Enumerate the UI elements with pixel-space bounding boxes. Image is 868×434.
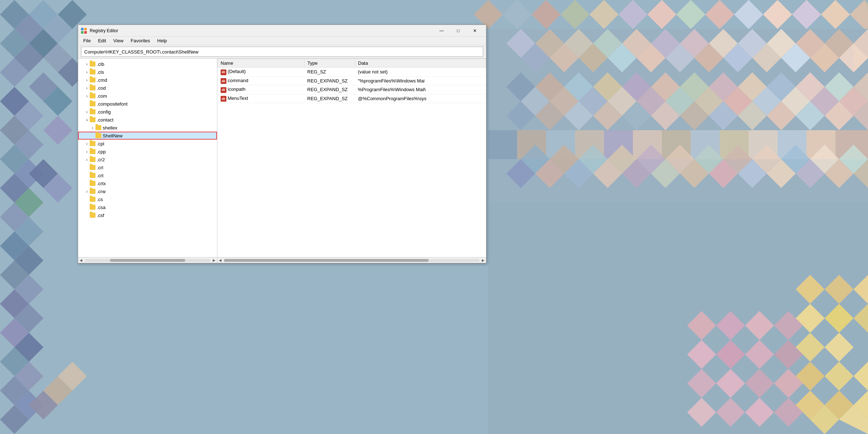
- reg-value-icon: ab: [221, 78, 226, 84]
- table-cell-data: "%programFiles%\Windows Mai: [355, 76, 486, 85]
- folder-icon: [90, 77, 95, 82]
- folder-icon: [90, 101, 95, 106]
- tree-expander[interactable]: ›: [84, 61, 90, 67]
- menu-item-edit[interactable]: Edit: [94, 37, 110, 44]
- tree-expander[interactable]: ›: [84, 85, 90, 91]
- tree-expander[interactable]: [84, 180, 90, 186]
- svg-rect-218: [81, 31, 84, 34]
- tree-item[interactable]: .crl: [78, 163, 217, 171]
- table-row[interactable]: abiconpathREG_EXPAND_SZ%ProgramFiles%\Wi…: [218, 85, 486, 94]
- tree-item[interactable]: ›.cls: [78, 68, 217, 76]
- tree-expander[interactable]: [84, 204, 90, 210]
- svg-rect-217: [84, 28, 87, 30]
- tree-item[interactable]: .crt: [78, 171, 217, 179]
- table-cell-type: REG_EXPAND_SZ: [305, 94, 355, 103]
- tree-item[interactable]: ›.cod: [78, 84, 217, 92]
- tree-item[interactable]: .crtx: [78, 179, 217, 187]
- tree-expander[interactable]: [84, 196, 90, 202]
- tree-item-label: ShellNew: [103, 133, 123, 139]
- tree-expander[interactable]: ›: [84, 157, 90, 162]
- right-scroll-track[interactable]: [224, 259, 480, 262]
- tree-expander[interactable]: ›: [84, 109, 90, 115]
- table-cell-name: ab(Default): [218, 68, 305, 77]
- left-scroll-track[interactable]: [85, 259, 210, 262]
- tree-expander[interactable]: [90, 133, 95, 139]
- tree-item-label: .clb: [97, 61, 104, 67]
- tree-expander[interactable]: ›: [84, 149, 90, 154]
- maximize-button[interactable]: □: [450, 25, 467, 37]
- folder-icon: [90, 69, 95, 75]
- tree-expander[interactable]: [84, 165, 90, 170]
- tree-expander[interactable]: ›: [84, 77, 90, 83]
- tree-item[interactable]: .csa: [78, 203, 217, 211]
- tree-expander[interactable]: ›: [84, 141, 90, 146]
- registry-table: Name Type Data ab(Default)REG_SZ(value n…: [217, 59, 486, 103]
- table-cell-data: @%CommonProgramFiles%\sys: [355, 94, 486, 103]
- tree-item[interactable]: ›.cpp: [78, 148, 217, 156]
- folder-icon: [90, 213, 95, 218]
- tree-item-label: .crt: [97, 173, 103, 178]
- table-cell-name: abiconpath: [218, 85, 305, 94]
- reg-value-icon: ab: [221, 96, 226, 102]
- reg-value-icon: ab: [221, 69, 226, 75]
- tree-item-label: .config: [97, 109, 111, 115]
- tree-expander[interactable]: [84, 212, 90, 218]
- main-content: ›.clb›.cls›.cmd›.cod›.com.compositefont›…: [78, 58, 486, 257]
- table-cell-type: REG_EXPAND_SZ: [305, 76, 355, 85]
- table-cell-type: REG_EXPAND_SZ: [305, 85, 355, 94]
- table-row[interactable]: abMenuTextREG_EXPAND_SZ@%CommonProgramFi…: [218, 94, 486, 103]
- tree-item[interactable]: ›.config: [78, 108, 217, 116]
- right-scrollbar: ◀ ▶: [217, 258, 486, 263]
- tree-item[interactable]: .cs: [78, 195, 217, 203]
- tree-item-label: .com: [97, 93, 107, 99]
- folder-icon: [90, 181, 95, 186]
- tree-item[interactable]: .compositefont: [78, 100, 217, 108]
- tree-item-label: .csa: [97, 205, 106, 210]
- menu-item-file[interactable]: File: [80, 37, 94, 44]
- tree-item[interactable]: ›.com: [78, 92, 217, 100]
- menu-item-favorites[interactable]: Favorites: [127, 37, 153, 44]
- tree-panel: ›.clb›.cls›.cmd›.cod›.com.compositefont›…: [78, 59, 217, 257]
- window-controls: — □ ✕: [433, 25, 483, 37]
- tree-item[interactable]: ›.cmd: [78, 76, 217, 84]
- scroll-left-arrow[interactable]: ◀: [78, 258, 84, 263]
- tree-item-label: .cmd: [97, 77, 107, 83]
- tree-item-label: shellex: [103, 125, 117, 131]
- tree-item[interactable]: ›.cr2: [78, 156, 217, 163]
- tree-item[interactable]: ∨.contact: [78, 116, 217, 124]
- menu-item-help[interactable]: Help: [154, 37, 171, 44]
- tree-expander[interactable]: ∨: [84, 117, 90, 123]
- tree-item-label: .compositefont: [97, 101, 128, 107]
- tree-item[interactable]: ShellNew: [78, 132, 217, 140]
- table-cell-name: abMenuText: [218, 94, 305, 103]
- table-row[interactable]: abcommandREG_EXPAND_SZ"%programFiles%\Wi…: [218, 76, 486, 85]
- tree-expander[interactable]: ›: [84, 188, 90, 194]
- tree-item-label: .contact: [97, 117, 114, 123]
- right-scroll[interactable]: Name Type Data ab(Default)REG_SZ(value n…: [217, 59, 486, 257]
- tree-expander[interactable]: [84, 101, 90, 107]
- right-scroll-right-arrow[interactable]: ▶: [480, 258, 486, 263]
- folder-icon: [90, 117, 95, 122]
- tree-item[interactable]: .csf: [78, 211, 217, 219]
- folder-icon: [90, 149, 95, 154]
- tree-scroll[interactable]: ›.clb›.cls›.cmd›.cod›.com.compositefont›…: [78, 59, 217, 257]
- tree-item[interactable]: ›shellex: [78, 124, 217, 132]
- scroll-right-arrow[interactable]: ▶: [211, 258, 217, 263]
- tree-expander[interactable]: ›: [90, 125, 95, 131]
- address-bar[interactable]: Computer\HKEY_CLASSES_ROOT\.contact\Shel…: [81, 47, 483, 57]
- tree-expander[interactable]: ›: [84, 93, 90, 99]
- folder-icon: [90, 141, 95, 146]
- minimize-button[interactable]: —: [433, 25, 450, 37]
- window-title: Registry Editor: [90, 28, 433, 33]
- menu-item-view[interactable]: View: [110, 37, 127, 44]
- tree-item[interactable]: ›.crw: [78, 187, 217, 195]
- right-scroll-left-arrow[interactable]: ◀: [217, 258, 223, 263]
- tree-item-label: .cpp: [97, 149, 106, 154]
- tree-expander[interactable]: ›: [84, 69, 90, 75]
- tree-item[interactable]: ›.cpl: [78, 140, 217, 148]
- table-row[interactable]: ab(Default)REG_SZ(value not set): [218, 68, 486, 77]
- folder-icon: [90, 197, 95, 202]
- tree-expander[interactable]: [84, 173, 90, 178]
- tree-item[interactable]: ›.clb: [78, 60, 217, 68]
- close-button[interactable]: ✕: [467, 25, 483, 37]
